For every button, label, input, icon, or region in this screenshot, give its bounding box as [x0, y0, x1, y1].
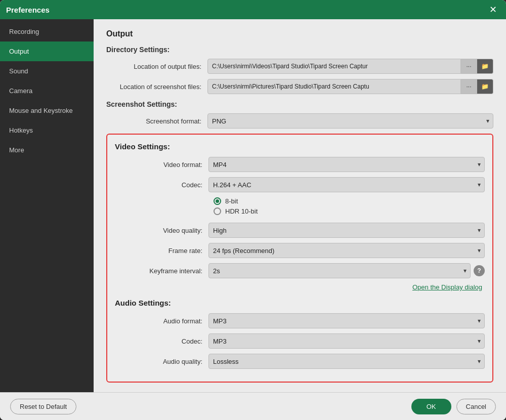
- codec-select-wrapper: H.264 + AAC ▾: [208, 177, 485, 192]
- page-title: Output: [106, 29, 493, 38]
- window-title: Preferences: [6, 6, 50, 14]
- codec-label: Codec:: [107, 181, 208, 189]
- audio-codec-row: Codec: MP3 ▾: [107, 333, 485, 349]
- preferences-window: Preferences ✕ Recording Output Sound Cam…: [0, 0, 506, 420]
- video-quality-row: Video quality: High ▾: [107, 223, 485, 238]
- audio-quality-row: Audio quality: Lossless ▾: [107, 354, 485, 369]
- audio-quality-select[interactable]: Lossless: [208, 354, 485, 369]
- output-path-folder-button[interactable]: 📁: [477, 59, 493, 74]
- keyframe-select-wrapper: 2s ▾: [208, 263, 471, 278]
- radio-8bit-input[interactable]: [214, 197, 221, 205]
- video-settings-title: Video Settings:: [107, 142, 485, 151]
- screenshot-path-dots-button[interactable]: ···: [461, 79, 477, 94]
- footer-right-buttons: OK Cancel: [411, 399, 496, 414]
- screenshot-format-select[interactable]: PNG: [207, 113, 493, 129]
- frame-rate-row: Frame rate: 24 fps (Recommend) ▾: [107, 243, 485, 258]
- radio-hdr-item[interactable]: HDR 10-bit: [214, 207, 485, 215]
- radio-8bit-item[interactable]: 8-bit: [214, 197, 485, 205]
- audio-codec-select[interactable]: MP3: [208, 333, 485, 349]
- audio-codec-select-wrapper: MP3 ▾: [208, 333, 485, 349]
- keyframe-help-button[interactable]: ?: [474, 265, 485, 276]
- main-content: Recording Output Sound Camera Mouse and …: [0, 19, 506, 392]
- footer: Reset to Default OK Cancel: [0, 392, 506, 420]
- output-path-input-group: C:\Users\nirmi\Videos\Tipard Studio\Tipa…: [207, 59, 493, 74]
- sidebar-item-more[interactable]: More: [0, 140, 94, 160]
- output-path-value: C:\Users\nirmi\Videos\Tipard Studio\Tipa…: [207, 59, 461, 74]
- audio-codec-label: Codec:: [107, 338, 208, 345]
- screenshot-format-select-wrapper: PNG ▾: [207, 113, 493, 129]
- screenshot-path-row: Location of screenshot files: C:\Users\n…: [106, 79, 493, 94]
- content-area: Output Directory Settings: Location of o…: [94, 19, 506, 392]
- keyframe-row: Keyframe interval: 2s ▾ ?: [107, 263, 485, 278]
- sidebar-item-camera[interactable]: Camera: [0, 81, 94, 101]
- bit-depth-radio-group: 8-bit HDR 10-bit: [214, 197, 485, 218]
- sidebar-item-mouse-keystroke[interactable]: Mouse and Keystroke: [0, 101, 94, 120]
- video-format-select[interactable]: MP4: [208, 157, 485, 172]
- video-audio-settings-box: Video Settings: Video format: MP4 ▾ Code…: [106, 134, 493, 383]
- frame-rate-select-wrapper: 24 fps (Recommend) ▾: [208, 243, 485, 258]
- audio-settings-title: Audio Settings:: [107, 299, 485, 307]
- close-button[interactable]: ✕: [486, 3, 500, 16]
- directory-settings-section: Directory Settings: Location of output f…: [106, 46, 493, 94]
- audio-format-select-wrapper: MP3 ▾: [208, 313, 485, 328]
- radio-8bit-label: 8-bit: [225, 197, 238, 205]
- frame-rate-label: Frame rate:: [107, 247, 208, 255]
- video-format-label: Video format:: [107, 161, 208, 169]
- sidebar: Recording Output Sound Camera Mouse and …: [0, 19, 94, 392]
- radio-hdr-label: HDR 10-bit: [225, 207, 258, 215]
- keyframe-label: Keyframe interval:: [107, 267, 208, 275]
- screenshot-format-label: Screenshot format:: [106, 117, 207, 125]
- ok-button[interactable]: OK: [411, 399, 451, 414]
- codec-row: Codec: H.264 + AAC ▾: [107, 177, 485, 192]
- video-format-select-wrapper: MP4 ▾: [208, 157, 485, 172]
- audio-format-row: Audio format: MP3 ▾: [107, 313, 485, 328]
- video-quality-select-wrapper: High ▾: [208, 223, 485, 238]
- screenshot-path-folder-button[interactable]: 📁: [477, 79, 493, 94]
- sidebar-item-hotkeys[interactable]: Hotkeys: [0, 120, 94, 140]
- sidebar-item-output[interactable]: Output: [0, 41, 94, 61]
- screenshot-settings-section: Screenshot Settings: Screenshot format: …: [106, 100, 493, 129]
- screenshot-path-input-group: C:\Users\nirmi\Pictures\Tipard Studio\Ti…: [207, 79, 493, 94]
- open-display-link[interactable]: Open the Display dialog: [107, 283, 485, 291]
- output-path-row: Location of output files: C:\Users\nirmi…: [106, 59, 493, 74]
- sidebar-item-sound[interactable]: Sound: [0, 61, 94, 81]
- audio-format-select[interactable]: MP3: [208, 313, 485, 328]
- audio-format-label: Audio format:: [107, 317, 208, 325]
- radio-8bit-dot: [216, 199, 219, 203]
- reset-to-default-button[interactable]: Reset to Default: [10, 399, 76, 414]
- radio-hdr-input[interactable]: [214, 207, 221, 215]
- audio-settings-section: Audio Settings: Audio format: MP3 ▾ Code…: [107, 299, 485, 369]
- output-path-dots-button[interactable]: ···: [461, 59, 477, 74]
- title-bar: Preferences ✕: [0, 0, 506, 19]
- screenshot-path-label: Location of screenshot files:: [106, 83, 207, 91]
- frame-rate-select[interactable]: 24 fps (Recommend): [208, 243, 485, 258]
- directory-settings-title: Directory Settings:: [106, 46, 493, 54]
- screenshot-settings-title: Screenshot Settings:: [106, 100, 493, 108]
- audio-quality-label: Audio quality:: [107, 358, 208, 365]
- audio-quality-select-wrapper: Lossless ▾: [208, 354, 485, 369]
- sidebar-item-recording[interactable]: Recording: [0, 22, 94, 41]
- screenshot-path-value: C:\Users\nirmi\Pictures\Tipard Studio\Ti…: [207, 79, 461, 94]
- output-path-label: Location of output files:: [106, 63, 207, 70]
- video-quality-label: Video quality:: [107, 227, 208, 234]
- video-format-row: Video format: MP4 ▾: [107, 157, 485, 172]
- video-settings-section: Video Settings: Video format: MP4 ▾ Code…: [107, 142, 485, 291]
- screenshot-format-row: Screenshot format: PNG ▾: [106, 113, 493, 129]
- cancel-button[interactable]: Cancel: [456, 399, 496, 414]
- codec-select[interactable]: H.264 + AAC: [208, 177, 485, 192]
- keyframe-select[interactable]: 2s: [208, 263, 471, 278]
- video-quality-select[interactable]: High: [208, 223, 485, 238]
